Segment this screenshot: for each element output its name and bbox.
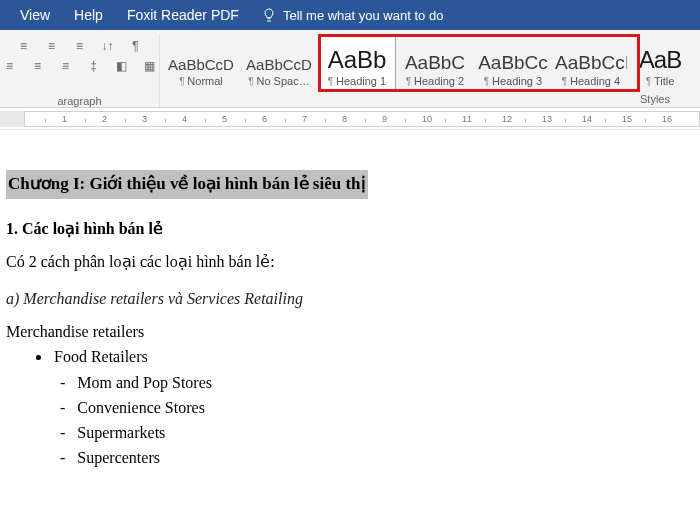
style-heading-1[interactable]: AaBbHeading 1: [318, 34, 396, 91]
doc-dash-list[interactable]: Mom and Pop StoresConvenience StoresSupe…: [60, 371, 700, 470]
doc-text-line[interactable]: Merchandise retailers: [6, 320, 700, 343]
menu-tab-view[interactable]: View: [8, 0, 62, 30]
menu-tab-foxit[interactable]: Foxit Reader PDF: [115, 0, 251, 30]
ruler-number: 10: [422, 114, 432, 124]
paragraph-group-label: aragraph: [57, 95, 101, 107]
list-item[interactable]: Food Retailers: [52, 345, 700, 368]
paragraph-group: ≡ ≡ ≡ ↓↑ ¶ ≡ ≡ ≡ ‡ ◧ ▦ aragraph: [0, 34, 160, 107]
menubar: View Help Foxit Reader PDF Tell me what …: [0, 0, 700, 30]
style-normal[interactable]: AaBbCcDNormal: [162, 34, 240, 91]
list-item[interactable]: Supercenters: [60, 446, 700, 469]
tell-me-label: Tell me what you want to do: [283, 8, 443, 23]
list-item[interactable]: Convenience Stores: [60, 396, 700, 419]
style-no-spac-[interactable]: AaBbCcDNo Spac…: [240, 34, 318, 91]
tell-me-search[interactable]: Tell me what you want to do: [251, 7, 443, 23]
style-name-label: Heading 4: [555, 75, 627, 87]
style-preview: AaBbCcI: [555, 53, 627, 72]
style-name-label: Heading 2: [399, 75, 471, 87]
numbering-button[interactable]: ≡: [43, 38, 61, 54]
style-name-label: Heading 1: [321, 75, 393, 87]
style-heading-3[interactable]: AaBbCcHeading 3: [474, 34, 552, 91]
ribbon: ≡ ≡ ≡ ↓↑ ¶ ≡ ≡ ≡ ‡ ◧ ▦ aragraph AaBbCcDN…: [0, 30, 700, 108]
ruler-number: 13: [542, 114, 552, 124]
bullets-button[interactable]: ≡: [15, 38, 33, 54]
borders-button[interactable]: ▦: [141, 58, 159, 74]
ruler-number: 7: [302, 114, 307, 124]
ruler-number: 2: [102, 114, 107, 124]
style-preview: AaBb: [321, 48, 393, 72]
style-name-label: Heading 3: [477, 75, 549, 87]
ruler-number: 4: [182, 114, 187, 124]
style-heading-4[interactable]: AaBbCcIHeading 4: [552, 34, 630, 91]
align-center-button[interactable]: ≡: [29, 58, 47, 74]
styles-group-label: Styles: [640, 93, 670, 105]
doc-section-title[interactable]: 1. Các loại hình bán lẻ: [6, 217, 700, 240]
style-title[interactable]: AaBTitle: [630, 34, 690, 91]
doc-bullet-list[interactable]: Food Retailers: [52, 345, 700, 368]
style-preview: AaBbC: [399, 53, 471, 72]
style-name-label: No Spac…: [243, 75, 315, 87]
menu-tab-help[interactable]: Help: [62, 0, 115, 30]
align-right-button[interactable]: ≡: [57, 58, 75, 74]
ruler-scale: 12345678910111213141516: [24, 111, 700, 127]
style-preview: AaBbCcD: [243, 57, 315, 72]
doc-subheading[interactable]: a) Merchandise retailers và Services Ret…: [6, 287, 700, 310]
ruler-number: 16: [662, 114, 672, 124]
horizontal-ruler[interactable]: 12345678910111213141516: [0, 108, 700, 130]
shading-button[interactable]: ◧: [113, 58, 131, 74]
sort-button[interactable]: ↓↑: [99, 38, 117, 54]
style-heading-2[interactable]: AaBbCHeading 2: [396, 34, 474, 91]
lightbulb-icon: [261, 7, 277, 23]
style-preview: AaBbCc: [477, 53, 549, 72]
ruler-number: 15: [622, 114, 632, 124]
ruler-number: 11: [462, 114, 472, 124]
ruler-number: 9: [382, 114, 387, 124]
style-preview: AaBbCcD: [165, 57, 237, 72]
styles-group: AaBbCcDNormalAaBbCcDNo Spac…AaBbHeading …: [160, 34, 700, 107]
ruler-number: 3: [142, 114, 147, 124]
multilevel-button[interactable]: ≡: [71, 38, 89, 54]
style-name-label: Title: [633, 75, 687, 87]
doc-paragraph[interactable]: Có 2 cách phân loại các loại hình bán lẻ…: [6, 250, 700, 273]
ruler-margin: [0, 111, 24, 127]
ruler-number: 12: [502, 114, 512, 124]
ruler-number: 14: [582, 114, 592, 124]
show-marks-button[interactable]: ¶: [127, 38, 145, 54]
ruler-number: 5: [222, 114, 227, 124]
styles-gallery: AaBbCcDNormalAaBbCcDNo Spac…AaBbHeading …: [160, 34, 700, 91]
align-left-button[interactable]: ≡: [1, 58, 19, 74]
list-item[interactable]: Supermarkets: [60, 421, 700, 444]
ruler-number: 6: [262, 114, 267, 124]
document-body[interactable]: Chương I: Giới thiệu về loại hình bán lẻ…: [0, 130, 700, 469]
doc-heading-1[interactable]: Chương I: Giới thiệu về loại hình bán lẻ…: [6, 170, 368, 199]
list-item[interactable]: Mom and Pop Stores: [60, 371, 700, 394]
style-name-label: Normal: [165, 75, 237, 87]
style-preview: AaB: [633, 48, 687, 72]
line-spacing-button[interactable]: ‡: [85, 58, 103, 74]
ruler-number: 1: [62, 114, 67, 124]
ruler-number: 8: [342, 114, 347, 124]
